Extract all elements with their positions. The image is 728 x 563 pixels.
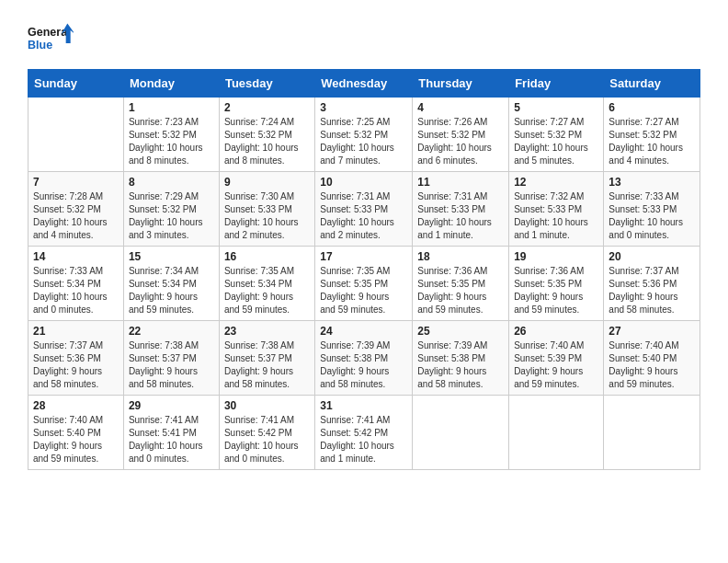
calendar-week-row: 14Sunrise: 7:33 AMSunset: 5:34 PMDayligh… bbox=[28, 247, 700, 321]
header-friday: Friday bbox=[509, 70, 604, 98]
calendar-cell bbox=[413, 396, 509, 470]
day-info: Sunrise: 7:41 AMSunset: 5:42 PMDaylight:… bbox=[224, 414, 310, 465]
calendar-cell: 22Sunrise: 7:38 AMSunset: 5:37 PMDayligh… bbox=[123, 321, 219, 396]
calendar-cell: 18Sunrise: 7:36 AMSunset: 5:35 PMDayligh… bbox=[413, 247, 509, 321]
day-number: 22 bbox=[129, 325, 214, 338]
day-info: Sunrise: 7:36 AMSunset: 5:35 PMDaylight:… bbox=[514, 265, 598, 316]
calendar-cell: 26Sunrise: 7:40 AMSunset: 5:39 PMDayligh… bbox=[509, 321, 604, 396]
day-number: 8 bbox=[129, 176, 214, 189]
day-number: 27 bbox=[609, 325, 695, 338]
day-number: 6 bbox=[609, 101, 695, 114]
calendar-cell: 21Sunrise: 7:37 AMSunset: 5:36 PMDayligh… bbox=[28, 321, 124, 396]
day-number: 15 bbox=[129, 250, 214, 263]
day-info: Sunrise: 7:36 AMSunset: 5:35 PMDaylight:… bbox=[417, 265, 504, 316]
day-number: 1 bbox=[129, 101, 214, 114]
header-thursday: Thursday bbox=[413, 70, 509, 98]
day-number: 14 bbox=[33, 250, 119, 263]
day-number: 16 bbox=[224, 250, 310, 263]
calendar-cell bbox=[509, 396, 604, 470]
calendar-week-row: 21Sunrise: 7:37 AMSunset: 5:36 PMDayligh… bbox=[28, 321, 700, 396]
day-info: Sunrise: 7:37 AMSunset: 5:36 PMDaylight:… bbox=[33, 339, 119, 391]
day-info: Sunrise: 7:39 AMSunset: 5:38 PMDaylight:… bbox=[417, 339, 504, 391]
day-info: Sunrise: 7:28 AMSunset: 5:32 PMDaylight:… bbox=[33, 190, 119, 242]
header-sunday: Sunday bbox=[28, 70, 124, 98]
day-info: Sunrise: 7:37 AMSunset: 5:36 PMDaylight:… bbox=[609, 265, 695, 316]
logo-svg: General Blue bbox=[28, 18, 74, 60]
day-info: Sunrise: 7:27 AMSunset: 5:32 PMDaylight:… bbox=[514, 116, 598, 167]
calendar-cell: 7Sunrise: 7:28 AMSunset: 5:32 PMDaylight… bbox=[28, 172, 124, 247]
day-number: 30 bbox=[224, 399, 310, 412]
day-info: Sunrise: 7:40 AMSunset: 5:39 PMDaylight:… bbox=[514, 339, 598, 391]
header-tuesday: Tuesday bbox=[219, 70, 314, 98]
day-number: 20 bbox=[609, 250, 695, 263]
calendar-cell: 11Sunrise: 7:31 AMSunset: 5:33 PMDayligh… bbox=[413, 172, 509, 247]
calendar-cell: 3Sunrise: 7:25 AMSunset: 5:32 PMDaylight… bbox=[315, 98, 413, 172]
day-info: Sunrise: 7:33 AMSunset: 5:34 PMDaylight:… bbox=[33, 265, 119, 316]
calendar-cell: 24Sunrise: 7:39 AMSunset: 5:38 PMDayligh… bbox=[315, 321, 413, 396]
calendar-cell: 10Sunrise: 7:31 AMSunset: 5:33 PMDayligh… bbox=[315, 172, 413, 247]
calendar-cell: 19Sunrise: 7:36 AMSunset: 5:35 PMDayligh… bbox=[509, 247, 604, 321]
day-info: Sunrise: 7:33 AMSunset: 5:33 PMDaylight:… bbox=[609, 190, 695, 242]
day-number: 3 bbox=[320, 101, 407, 114]
calendar-week-row: 1Sunrise: 7:23 AMSunset: 5:32 PMDaylight… bbox=[28, 98, 700, 172]
calendar-cell: 1Sunrise: 7:23 AMSunset: 5:32 PMDaylight… bbox=[123, 98, 219, 172]
header-monday: Monday bbox=[123, 70, 219, 98]
day-number: 21 bbox=[33, 325, 119, 338]
calendar-cell: 4Sunrise: 7:26 AMSunset: 5:32 PMDaylight… bbox=[413, 98, 509, 172]
calendar-cell: 16Sunrise: 7:35 AMSunset: 5:34 PMDayligh… bbox=[219, 247, 314, 321]
day-number: 2 bbox=[224, 101, 310, 114]
day-number: 7 bbox=[33, 176, 119, 189]
page-header: General Blue bbox=[28, 18, 700, 60]
day-number: 25 bbox=[417, 325, 504, 338]
day-info: Sunrise: 7:32 AMSunset: 5:33 PMDaylight:… bbox=[514, 190, 598, 242]
day-number: 4 bbox=[417, 101, 504, 114]
calendar-cell: 13Sunrise: 7:33 AMSunset: 5:33 PMDayligh… bbox=[604, 172, 700, 247]
day-info: Sunrise: 7:24 AMSunset: 5:32 PMDaylight:… bbox=[224, 116, 310, 167]
day-info: Sunrise: 7:35 AMSunset: 5:35 PMDaylight:… bbox=[320, 265, 407, 316]
calendar-cell: 31Sunrise: 7:41 AMSunset: 5:42 PMDayligh… bbox=[315, 396, 413, 470]
calendar-cell: 28Sunrise: 7:40 AMSunset: 5:40 PMDayligh… bbox=[28, 396, 124, 470]
calendar-cell: 27Sunrise: 7:40 AMSunset: 5:40 PMDayligh… bbox=[604, 321, 700, 396]
day-info: Sunrise: 7:27 AMSunset: 5:32 PMDaylight:… bbox=[609, 116, 695, 167]
day-number: 17 bbox=[320, 250, 407, 263]
day-number: 24 bbox=[320, 325, 407, 338]
calendar-cell: 6Sunrise: 7:27 AMSunset: 5:32 PMDaylight… bbox=[604, 98, 700, 172]
day-number: 13 bbox=[609, 176, 695, 189]
calendar-cell: 29Sunrise: 7:41 AMSunset: 5:41 PMDayligh… bbox=[123, 396, 219, 470]
day-number: 12 bbox=[514, 176, 598, 189]
day-number: 29 bbox=[129, 399, 214, 412]
day-info: Sunrise: 7:35 AMSunset: 5:34 PMDaylight:… bbox=[224, 265, 310, 316]
day-info: Sunrise: 7:23 AMSunset: 5:32 PMDaylight:… bbox=[129, 116, 214, 167]
day-number: 5 bbox=[514, 101, 598, 114]
calendar-cell: 2Sunrise: 7:24 AMSunset: 5:32 PMDaylight… bbox=[219, 98, 314, 172]
day-number: 26 bbox=[514, 325, 598, 338]
day-info: Sunrise: 7:41 AMSunset: 5:42 PMDaylight:… bbox=[320, 414, 407, 465]
svg-text:General: General bbox=[28, 26, 71, 39]
calendar-week-row: 28Sunrise: 7:40 AMSunset: 5:40 PMDayligh… bbox=[28, 396, 700, 470]
day-info: Sunrise: 7:38 AMSunset: 5:37 PMDaylight:… bbox=[129, 339, 214, 391]
calendar-week-row: 7Sunrise: 7:28 AMSunset: 5:32 PMDaylight… bbox=[28, 172, 700, 247]
day-info: Sunrise: 7:26 AMSunset: 5:32 PMDaylight:… bbox=[417, 116, 504, 167]
header-wednesday: Wednesday bbox=[315, 70, 413, 98]
day-info: Sunrise: 7:30 AMSunset: 5:33 PMDaylight:… bbox=[224, 190, 310, 242]
svg-text:Blue: Blue bbox=[28, 39, 52, 52]
calendar-cell: 30Sunrise: 7:41 AMSunset: 5:42 PMDayligh… bbox=[219, 396, 314, 470]
day-number: 11 bbox=[417, 176, 504, 189]
calendar-cell: 17Sunrise: 7:35 AMSunset: 5:35 PMDayligh… bbox=[315, 247, 413, 321]
calendar-header-row: SundayMondayTuesdayWednesdayThursdayFrid… bbox=[28, 70, 700, 98]
day-number: 10 bbox=[320, 176, 407, 189]
day-info: Sunrise: 7:34 AMSunset: 5:34 PMDaylight:… bbox=[129, 265, 214, 316]
day-info: Sunrise: 7:25 AMSunset: 5:32 PMDaylight:… bbox=[320, 116, 407, 167]
day-info: Sunrise: 7:38 AMSunset: 5:37 PMDaylight:… bbox=[224, 339, 310, 391]
day-number: 23 bbox=[224, 325, 310, 338]
day-number: 18 bbox=[417, 250, 504, 263]
day-number: 28 bbox=[33, 399, 119, 412]
day-info: Sunrise: 7:39 AMSunset: 5:38 PMDaylight:… bbox=[320, 339, 407, 391]
day-info: Sunrise: 7:40 AMSunset: 5:40 PMDaylight:… bbox=[609, 339, 695, 391]
calendar-cell: 9Sunrise: 7:30 AMSunset: 5:33 PMDaylight… bbox=[219, 172, 314, 247]
calendar-cell: 20Sunrise: 7:37 AMSunset: 5:36 PMDayligh… bbox=[604, 247, 700, 321]
day-number: 19 bbox=[514, 250, 598, 263]
day-number: 9 bbox=[224, 176, 310, 189]
header-saturday: Saturday bbox=[604, 70, 700, 98]
day-info: Sunrise: 7:40 AMSunset: 5:40 PMDaylight:… bbox=[33, 414, 119, 465]
